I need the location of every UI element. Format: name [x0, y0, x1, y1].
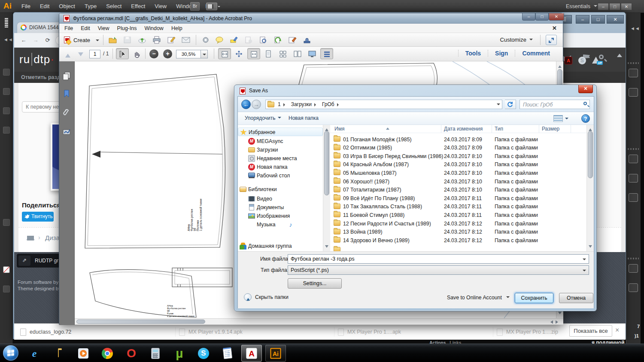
sidebar-item[interactable]: Видео: [238, 195, 323, 203]
search-input[interactable]: Поиск: ГрОб: [519, 100, 590, 109]
stamp-icon[interactable]: [301, 34, 313, 46]
scrolling-mode-icon[interactable]: [218, 48, 231, 59]
download-item[interactable]: MX Player Pro 1....zip: [493, 327, 558, 337]
download-item[interactable]: MX Player Pro 1....apk: [334, 327, 401, 337]
export-icon[interactable]: [271, 34, 284, 46]
file-row[interactable]: 12 Песни Радости И Счастья (1989) 24.03.…: [330, 219, 586, 228]
illustrator-menu-item[interactable]: Object: [59, 3, 75, 9]
sidebar-item[interactable]: Изображения: [238, 212, 323, 220]
type-tool-icon[interactable]: [3, 107, 10, 114]
layers-panel-icon[interactable]: [629, 264, 638, 273]
previous-page-icon[interactable]: [62, 49, 74, 60]
fill-swatch-icon[interactable]: [3, 266, 10, 273]
next-page-icon[interactable]: [75, 49, 87, 60]
file-row[interactable]: 13 Война (1989) 24.03.2017 8:12 Папка с …: [330, 228, 586, 237]
taskbar-acrobat-icon[interactable]: A: [241, 345, 262, 362]
pen-tool-icon[interactable]: [3, 88, 10, 95]
settings-gear-icon[interactable]: [199, 34, 212, 46]
breadcrumb-segment[interactable]: 1: [276, 101, 283, 107]
file-row[interactable]: 09 Всё Идёт По Плану (1988) 24.03.2017 8…: [330, 194, 586, 203]
zoom-in-icon[interactable]: +: [163, 49, 172, 58]
filename-input[interactable]: Футбока реглан -3 года.ps: [288, 254, 589, 264]
scroll-top-icon[interactable]: [617, 51, 622, 57]
zoom-out-icon[interactable]: −: [149, 49, 158, 58]
help-icon[interactable]: ?: [581, 114, 590, 123]
adblock-extension-icon[interactable]: off: [592, 57, 600, 64]
browser-minimize-button[interactable]: –: [576, 15, 589, 24]
taskbar-ie-icon[interactable]: e: [24, 345, 45, 362]
taskbar-chrome-icon[interactable]: [97, 345, 118, 362]
illustrator-close-button[interactable]: ✕: [621, 3, 632, 10]
back-icon[interactable]: ←: [19, 36, 28, 45]
horizontal-scrollbar[interactable]: [75, 318, 563, 325]
form-edit-icon[interactable]: [286, 34, 299, 46]
sidebar-item[interactable]: Загрузки: [238, 146, 323, 154]
file-row[interactable]: 01 Поганая Молодёж (1985) 24.03.2017 8:0…: [330, 135, 586, 144]
print-icon[interactable]: [150, 34, 163, 46]
collapse-toolbar-icon[interactable]: ◄◄: [3, 37, 13, 42]
comment-bubble-icon[interactable]: [213, 34, 226, 46]
illustrator-menu-item[interactable]: View: [155, 3, 167, 9]
taskbar-skype-icon[interactable]: S: [193, 345, 214, 362]
download-item[interactable]: MX Player v1.9.14.apk: [175, 327, 243, 337]
acrobat-menu-item[interactable]: File: [64, 25, 73, 31]
acrobat-menu-item[interactable]: Help: [171, 25, 182, 31]
show-all-downloads-button[interactable]: Показать все: [569, 325, 612, 337]
bookmarks-icon[interactable]: [63, 90, 71, 98]
shape-tool-icon[interactable]: [3, 127, 10, 134]
file-row[interactable]: 05 Мышеловка (1987) 24.03.2017 8:10 Папк…: [330, 169, 586, 177]
sidebar-scrollbar[interactable]: [323, 125, 330, 251]
taskbar-utorrent-icon[interactable]: µ: [169, 345, 190, 362]
dialog-titlebar[interactable]: Save As: [240, 88, 268, 94]
bridge-icon[interactable]: Br: [190, 2, 200, 11]
acrobat-menu-item[interactable]: Edit: [81, 25, 90, 31]
acrobat-close-button[interactable]: ✕: [549, 13, 564, 21]
sidebar-item[interactable]: MEGAsync: [238, 137, 323, 146]
document-close-icon[interactable]: ✕: [552, 25, 557, 31]
file-row[interactable]: 04 Красный Альбом (1987) 24.03.2017 8:10…: [330, 161, 586, 169]
nav-forward-icon[interactable]: →: [252, 100, 261, 109]
acrobat-menu-item[interactable]: Plug-Ins: [117, 25, 137, 31]
zoom-tool-icon[interactable]: [3, 219, 10, 226]
rudtp-style-button[interactable]: RUDTP gr: [35, 258, 58, 264]
acrobat-panel-tab[interactable]: Sign: [488, 50, 515, 57]
illustrator-menu-item[interactable]: Effect: [131, 3, 145, 9]
hand-tool-icon[interactable]: [131, 48, 143, 59]
browser-maximize-button[interactable]: □: [591, 15, 605, 24]
dialog-close-button[interactable]: ✕: [578, 85, 593, 93]
sidebar-item[interactable]: Рабочий стол: [238, 171, 323, 180]
illustrator-maximize-button[interactable]: □: [609, 3, 620, 10]
download-item[interactable]: educlass_logo.72: [20, 327, 71, 337]
color-panel-icon[interactable]: [629, 69, 638, 77]
page-thumbnails-icon[interactable]: [63, 72, 71, 80]
stroke-swatch-icon[interactable]: [3, 286, 10, 292]
skype-extension-icon[interactable]: S: [578, 57, 586, 64]
tweet-button[interactable]: Твитнуть: [22, 212, 54, 222]
nav-back-icon[interactable]: ←: [241, 100, 251, 109]
sidebar-favorites-header[interactable]: Избранное: [238, 128, 323, 136]
illustrator-menu-item[interactable]: Type: [85, 3, 97, 9]
sidebar-libraries-header[interactable]: Библиотеки: [238, 185, 323, 194]
taskbar-explorer-icon[interactable]: [48, 345, 69, 362]
organize-button[interactable]: Упорядочить: [245, 115, 281, 121]
delete-pages-icon[interactable]: [242, 34, 255, 46]
single-page-icon[interactable]: [262, 48, 275, 59]
fullscreen-view-icon[interactable]: [306, 48, 319, 59]
search-icon[interactable]: [583, 102, 587, 105]
reload-icon[interactable]: ⟳: [43, 36, 52, 45]
acrobat-extension-icon[interactable]: A: [565, 57, 572, 64]
arrange-documents-icon[interactable]: [206, 3, 217, 10]
highlight-text-icon[interactable]: [228, 34, 240, 46]
signatures-icon[interactable]: [63, 128, 72, 136]
address-breadcrumb-bar[interactable]: 1ЗагрузкиГрОб: [265, 100, 502, 109]
sidebar-item[interactable]: Новая папка: [238, 163, 323, 171]
file-row[interactable]: 06 Хорошо!! (1987) 24.03.2017 8:10 Папка…: [330, 177, 586, 186]
acrobat-titlebar[interactable]: Футболка реглан.mdl [C__grafis_Detki_M_k…: [59, 13, 563, 24]
rudtp-logo[interactable]: rudtp·: [19, 53, 55, 66]
illustrator-minimize-button[interactable]: –: [598, 3, 609, 10]
breadcrumb-segment[interactable]: ГрОб: [320, 101, 336, 107]
reading-mode-icon[interactable]: [320, 48, 333, 59]
downloads-bar-close-icon[interactable]: ×: [615, 326, 619, 334]
acrobat-maximize-button[interactable]: □: [535, 13, 549, 21]
file-row[interactable]: 02 Оптимизм (1985) 24.03.2017 8:09 Папка…: [330, 144, 586, 152]
